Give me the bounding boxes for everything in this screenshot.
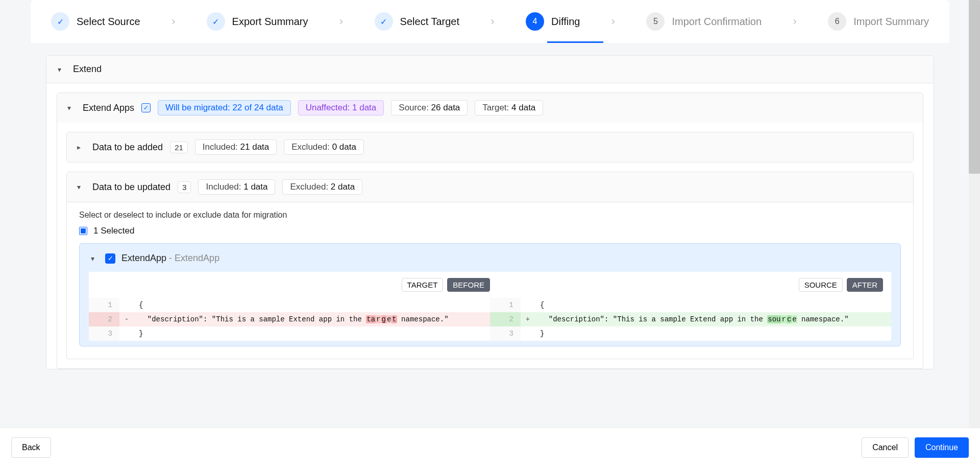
step-label: Select Source	[77, 16, 140, 28]
excluded-pill: Excluded: 2 data	[282, 179, 362, 195]
step-label: Select Target	[400, 16, 459, 28]
source-pill: Source: 26 data	[391, 100, 468, 115]
diff-item-title: ExtendApp - ExtendApp	[121, 253, 219, 264]
code-line: }	[535, 326, 891, 341]
checkbox-checked[interactable]: ✓	[105, 253, 115, 264]
page-root: ✓ Select Source › ✓ Export Summary › ✓ S…	[0, 0, 980, 467]
main-card: ▾ Extend ▾ Extend Apps ✓ Will be migrate…	[46, 55, 934, 369]
diff-right-side: 2 + "description": "This is a sample Ext…	[490, 312, 891, 326]
selected-count-text: 1 Selected	[93, 226, 134, 236]
chevron-down-icon[interactable]: ▾	[67, 104, 76, 112]
continue-button[interactable]: Continue	[915, 437, 969, 458]
line-number: 3	[490, 326, 521, 341]
diff-right-side: 3 }	[490, 326, 891, 341]
extend-section-header[interactable]: ▾ Extend	[46, 56, 934, 83]
line-number: 1	[490, 298, 521, 312]
line-number: 3	[89, 326, 119, 341]
step-import-summary[interactable]: 6 Import Summary	[828, 12, 929, 31]
data-updated-panel: ▾ Data to be updated 3 Included: 1 data …	[66, 172, 914, 359]
step-label: Export Summary	[232, 16, 308, 28]
step-select-source[interactable]: ✓ Select Source	[51, 12, 140, 31]
diff-sign	[119, 298, 134, 312]
section-title: Extend	[73, 64, 102, 75]
line-number: 1	[89, 298, 119, 312]
chevron-right-icon: ›	[339, 15, 343, 28]
diff-code-table: TARGET BEFORE SOURCE AFTER 1	[89, 272, 891, 341]
check-icon: ✓	[375, 12, 393, 31]
cancel-button[interactable]: Cancel	[862, 437, 909, 458]
diff-right-labels: SOURCE AFTER	[490, 278, 883, 292]
back-button[interactable]: Back	[11, 437, 51, 458]
wizard-footer: Back Cancel Continue	[0, 428, 980, 467]
diff-left-side: 2 - "description": "This is a sample Ext…	[89, 312, 490, 326]
diff-sign	[119, 326, 134, 341]
data-added-header: ▸ Data to be added 21 Included: 21 data …	[67, 132, 913, 162]
chevron-right-icon: ›	[172, 15, 175, 28]
after-tag: AFTER	[847, 278, 883, 292]
data-updated-title: Data to be updated	[92, 182, 170, 193]
step-diffing[interactable]: 4 Diffing	[526, 12, 580, 31]
update-instructions: Select or deselect to include or exclude…	[67, 202, 913, 223]
diff-item-extendapp: ▾ ✓ ExtendApp - ExtendApp TARGET BEFORE	[79, 243, 901, 346]
checkbox-checked-icon[interactable]: ✓	[141, 103, 151, 112]
chevron-right-icon: ›	[793, 15, 796, 28]
target-tag: TARGET	[402, 278, 444, 292]
code-line: {	[535, 298, 891, 312]
before-tag: BEFORE	[447, 278, 490, 292]
data-added-panel: ▸ Data to be added 21 Included: 21 data …	[66, 132, 914, 162]
diff-row: 2 - "description": "This is a sample Ext…	[89, 312, 891, 326]
diff-item-header: ▾ ✓ ExtendApp - ExtendApp	[89, 253, 891, 272]
diff-sign: -	[119, 312, 134, 326]
chevron-right-icon[interactable]: ▸	[77, 143, 85, 151]
diff-labels-row: TARGET BEFORE SOURCE AFTER	[89, 272, 891, 298]
chevron-down-icon[interactable]: ▾	[58, 65, 66, 74]
unaffected-pill: Unaffected: 1 data	[298, 100, 384, 115]
check-icon: ✓	[51, 12, 69, 31]
data-updated-header: ▾ Data to be updated 3 Included: 1 data …	[67, 172, 913, 202]
code-line: {	[134, 298, 490, 312]
diff-left-side: 3 }	[89, 326, 490, 341]
chevron-right-icon: ›	[491, 15, 494, 28]
included-pill: Included: 21 data	[195, 139, 277, 155]
migrated-pill: Will be migrated: 22 of 24 data	[158, 100, 291, 115]
chevron-down-icon[interactable]: ▾	[77, 183, 85, 191]
chevron-right-icon: ›	[611, 15, 615, 28]
step-number: 4	[526, 12, 544, 31]
diff-sign	[521, 326, 535, 341]
line-number: 2	[490, 312, 521, 326]
step-number: 6	[828, 12, 846, 31]
included-pill: Included: 1 data	[198, 179, 275, 195]
diff-sign: +	[521, 312, 535, 326]
excluded-pill: Excluded: 0 data	[284, 139, 364, 155]
extend-apps-title: Extend Apps	[83, 103, 134, 113]
extend-apps-section: ▾ Extend Apps ✓ Will be migrated: 22 of …	[57, 92, 923, 369]
diff-row: 3 } 3 }	[89, 326, 891, 341]
checkbox-indeterminate-icon[interactable]	[79, 227, 87, 235]
footer-right: Cancel Continue	[862, 437, 969, 458]
step-label: Import Summary	[853, 16, 929, 28]
step-label: Diffing	[551, 16, 580, 28]
step-number: 5	[646, 12, 665, 31]
step-export-summary[interactable]: ✓ Export Summary	[207, 12, 308, 31]
chevron-down-icon[interactable]: ▾	[91, 254, 99, 263]
wizard-stepper: ✓ Select Source › ✓ Export Summary › ✓ S…	[31, 0, 949, 43]
extend-apps-header: ▾ Extend Apps ✓ Will be migrated: 22 of …	[57, 93, 923, 123]
diff-sign	[521, 298, 535, 312]
data-updated-count: 3	[178, 181, 191, 193]
target-pill: Target: 4 data	[475, 100, 543, 115]
data-added-count: 21	[170, 142, 188, 153]
source-tag: SOURCE	[799, 278, 843, 292]
step-label: Import Confirmation	[672, 16, 762, 28]
selected-summary: 1 Selected	[67, 223, 913, 243]
code-line: "description": "This is a sample Extend …	[134, 312, 490, 326]
active-step-underline	[547, 41, 603, 43]
diff-left-side: 1 {	[89, 298, 490, 312]
step-select-target[interactable]: ✓ Select Target	[375, 12, 459, 31]
code-line: }	[134, 326, 490, 341]
step-import-confirmation[interactable]: 5 Import Confirmation	[646, 12, 762, 31]
diff-left-labels: TARGET BEFORE	[97, 278, 490, 292]
scrollbar-thumb[interactable]	[969, 0, 980, 174]
diff-row: 1 { 1 {	[89, 298, 891, 312]
line-number: 2	[89, 312, 119, 326]
scrollbar-track	[969, 0, 980, 439]
